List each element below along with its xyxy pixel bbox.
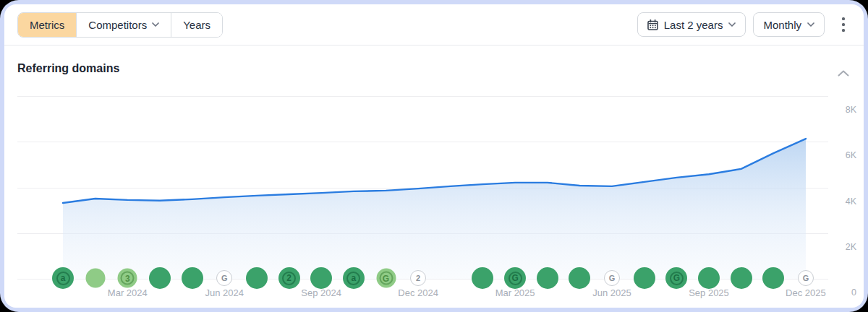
x-axis-label: Jun 2025 (592, 287, 631, 298)
x-axis-label: Jun 2024 (205, 287, 244, 298)
x-axis-label: Mar 2024 (108, 287, 148, 298)
event-marker-glyph: a (346, 272, 360, 285)
event-marker-glyph: 2 (416, 274, 420, 282)
event-marker[interactable] (731, 267, 752, 289)
event-marker[interactable] (634, 267, 655, 289)
event-marker-glyph: G (509, 272, 522, 285)
event-marker-g[interactable]: G (604, 270, 620, 286)
event-marker-g[interactable]: G (216, 270, 232, 286)
event-marker-3[interactable]: 3 (118, 269, 137, 288)
event-marker-glyph: 2 (282, 272, 296, 285)
x-axis-label: Dec 2025 (786, 287, 826, 298)
event-marker-g[interactable]: G (504, 267, 526, 289)
event-marker[interactable] (698, 267, 720, 289)
event-marker-2[interactable]: 2 (278, 267, 300, 289)
event-marker-glyph: G (221, 274, 228, 282)
event-marker-glyph: G (670, 272, 684, 285)
event-marker[interactable] (537, 267, 558, 289)
event-marker-g[interactable]: G (376, 269, 396, 288)
event-marker-glyph: G (803, 274, 809, 282)
x-axis-label: Mar 2025 (495, 287, 535, 298)
y-axis-label: 4K (823, 196, 856, 207)
y-axis-label: 8K (823, 105, 856, 115)
event-marker-glyph: G (379, 272, 393, 285)
x-axis-label: Dec 2024 (398, 287, 438, 298)
event-marker[interactable] (149, 267, 171, 289)
event-marker-a[interactable]: a (343, 267, 365, 289)
event-marker-g[interactable]: G (665, 267, 687, 289)
gridline (17, 142, 828, 142)
event-marker-2[interactable]: 2 (410, 270, 426, 286)
gridline (17, 188, 828, 188)
x-axis-label: Sep 2025 (689, 287, 729, 298)
event-marker[interactable] (472, 267, 493, 289)
referring-domains-area-chart (4, 4, 864, 308)
event-marker-glyph: a (56, 272, 70, 285)
referring-domains-chart: 8K6K4K2K0a3G2aG2GGGGMar 2024Jun 2024Sep … (4, 4, 864, 308)
gridline (17, 96, 828, 97)
event-marker[interactable] (85, 269, 105, 288)
gridline (17, 233, 828, 234)
event-marker[interactable] (246, 267, 268, 289)
x-axis-label: Sep 2024 (301, 287, 341, 298)
event-marker[interactable] (310, 267, 332, 289)
event-marker-glyph: 3 (121, 272, 135, 285)
event-marker-glyph: G (609, 274, 616, 282)
metrics-card: Metrics Competitors Years (4, 4, 864, 308)
y-axis-label: 0 (823, 287, 856, 298)
y-axis-label: 2K (823, 242, 856, 252)
event-marker[interactable] (182, 267, 203, 289)
screenshot-frame: Metrics Competitors Years (0, 0, 868, 312)
event-marker-g[interactable]: G (798, 270, 814, 286)
event-marker-a[interactable]: a (52, 267, 74, 289)
event-marker[interactable] (569, 267, 590, 289)
event-marker[interactable] (762, 267, 784, 289)
y-axis-label: 6K (823, 150, 856, 160)
